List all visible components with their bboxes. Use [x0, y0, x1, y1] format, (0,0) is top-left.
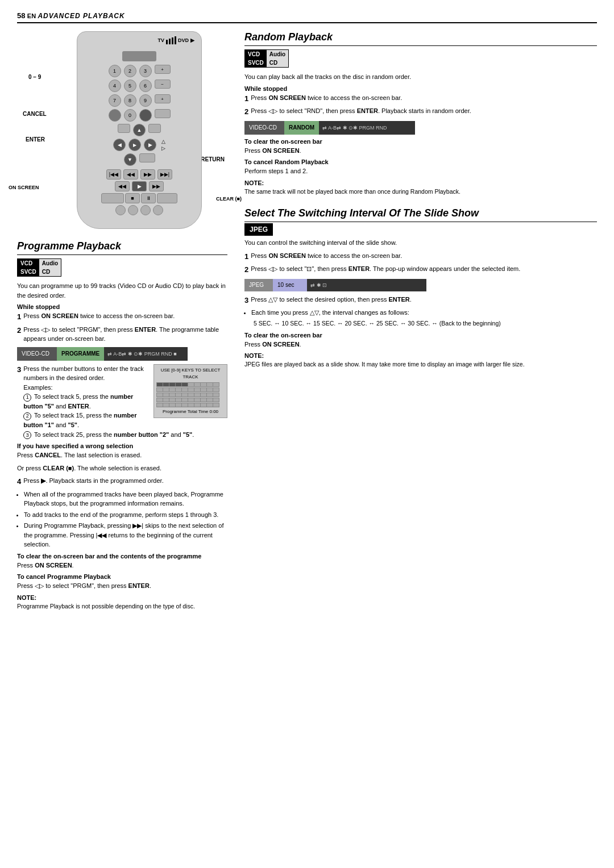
tv-bar-1	[166, 40, 168, 44]
btn-rect-b[interactable]	[148, 124, 161, 133]
nav-triangle-down: ▷	[161, 145, 165, 151]
btn-prev-track[interactable]: |◀◀	[106, 169, 121, 180]
btn-next[interactable]: ▶▶	[140, 169, 155, 180]
prog-to-clear-heading: To clear the on-screen bar and the conte…	[17, 553, 227, 560]
jpeg-bar-label: JPEG	[244, 279, 273, 291]
rand-badge-cd: CD	[267, 59, 288, 67]
rand-bar-selected: RANDOM	[284, 121, 319, 135]
random-playback-section: Random Playback VCD Audio SVCD CD You ca…	[244, 31, 597, 196]
btn-onscreen[interactable]	[101, 193, 124, 203]
rand-to-cancel-text: Perform steps 1 and 2.	[244, 166, 597, 176]
num-row-1: 1 2 3 +	[84, 65, 194, 77]
btn-bottom-2[interactable]	[128, 205, 138, 215]
transport-row-4	[84, 205, 194, 215]
wrong-selection-text2: Or press CLEAR (■). The whole selection …	[17, 464, 227, 473]
btn-plus-2[interactable]: +	[155, 94, 171, 103]
btn-rew[interactable]: ◀◀	[115, 181, 130, 191]
btn-2[interactable]: 2	[124, 65, 136, 77]
random-badges: VCD Audio SVCD CD	[244, 49, 289, 68]
btn-6[interactable]: 6	[139, 80, 152, 92]
bullet1: When all of the programmed tracks have b…	[24, 490, 227, 508]
page-title: ADVANCED PLAYBACK	[38, 12, 125, 20]
programme-step2: 2 Press ◁▷ to select "PRGM", then press …	[17, 325, 227, 344]
rand-badge-audio: Audio	[267, 50, 288, 59]
btn-4[interactable]: 4	[109, 80, 121, 92]
btn-left[interactable]: ◀	[113, 139, 126, 151]
btn-prev[interactable]: ◀◀	[123, 169, 138, 180]
btn-9[interactable]: 9	[139, 94, 152, 107]
example1: 1 To select track 5, press the number bu…	[23, 393, 133, 410]
btn-8[interactable]: 8	[124, 94, 136, 107]
badge-vcd: VCD	[18, 259, 39, 268]
btn-0[interactable]: 0	[124, 109, 136, 122]
btn-ok[interactable]: ▶	[128, 139, 141, 151]
prog-to-cancel-text: Press ◁▷ to select "PRGM", then press EN…	[17, 581, 227, 591]
slideshow-intro: You can control the switching interval o…	[244, 238, 597, 248]
down-row: ▼	[84, 153, 194, 166]
random-intro: You can play back all the tracks on the …	[244, 72, 597, 82]
btn-minus-1[interactable]: −	[155, 80, 171, 89]
programme-playback-section: Programme Playback VCD Audio SVCD CD You…	[17, 240, 227, 611]
page-header: 58 EN ADVANCED PLAYBACK	[17, 11, 597, 23]
badge-audio: Audio	[39, 259, 61, 268]
step3-text: Press the number buttons to enter the tr…	[23, 365, 144, 382]
btn-bottom-4[interactable]	[153, 205, 163, 215]
slideshow-bullets: Each time you press △▽, the interval cha…	[251, 308, 597, 318]
btn-clear[interactable]	[157, 193, 177, 203]
btn-7[interactable]: 7	[109, 94, 121, 107]
tv-label: TV	[157, 37, 164, 43]
rand-step2-num: 2	[244, 106, 248, 118]
btn-1[interactable]: 1	[109, 65, 121, 77]
programme-onscreen-bar: VIDEO-CD PROGRAMME ⇄ A-B⇄ ✱ ⊙✱ PRGM RND …	[17, 347, 188, 361]
btn-play[interactable]: ▶	[132, 181, 147, 191]
right-column: Random Playback VCD Audio SVCD CD You ca…	[244, 31, 597, 611]
btn-down[interactable]: ▼	[124, 153, 136, 166]
step3-content: USE [0-9] KEYS TO SELECT TRACK	[23, 364, 227, 440]
transport-row-1: |◀◀ ◀◀ ▶▶ ▶▶|	[84, 169, 194, 180]
tv-bar-4	[175, 36, 176, 44]
btn-right[interactable]: ▶	[144, 139, 156, 151]
jpeg-bar-value: 10 sec	[273, 279, 307, 291]
btn-rect-right[interactable]	[155, 109, 171, 118]
prog-to-clear-text: Press ON SCREEN.	[17, 561, 227, 570]
dvd-arrow: ▶	[190, 37, 194, 43]
btn-rect-c[interactable]	[139, 153, 155, 162]
slideshow-step1: 1 Press ON SCREEN twice to access the on…	[244, 251, 597, 262]
label-0-9: 0 – 9	[28, 74, 41, 80]
rand-step1-text: Press ON SCREEN twice to access the on-s…	[251, 93, 402, 105]
programme-step3: 3 USE [0-9] KEYS TO SELECT TRACK	[17, 364, 227, 440]
enter-row: ▲	[84, 124, 194, 136]
ss-step1-text: Press ON SCREEN twice to access the on-s…	[251, 251, 402, 262]
btn-3[interactable]: 3	[139, 65, 152, 77]
btn-stop[interactable]: ■	[125, 193, 140, 203]
btn-rect-a[interactable]	[118, 124, 130, 133]
btn-bottom-3[interactable]	[140, 205, 151, 215]
remote-body: TV DVD ▶ 1	[77, 31, 202, 229]
btn-pause[interactable]: ⏸	[141, 193, 156, 203]
btn-cancel[interactable]	[109, 109, 121, 122]
label-return: RETURN	[201, 156, 225, 162]
ss-step2-num: 2	[244, 264, 248, 276]
page-lang: EN	[27, 12, 36, 19]
btn-plus-1[interactable]: +	[155, 65, 171, 74]
page-number: 58	[17, 11, 25, 20]
btn-ff[interactable]: ▶▶	[149, 181, 164, 191]
programme-while-stopped: While stopped	[17, 303, 227, 310]
btn-next-track[interactable]: ▶▶|	[157, 169, 172, 180]
programme-step4: 4 Press ▶. Playback starts in the progra…	[17, 476, 227, 487]
num-row-3: 7 8 9 +	[84, 94, 194, 107]
rand-to-cancel-heading: To cancel Random Playback	[244, 158, 597, 165]
tv-bar-3	[172, 37, 173, 44]
btn-enter[interactable]	[139, 109, 152, 122]
btn-up[interactable]: ▲	[133, 124, 146, 136]
wrong-selection-heading: If you have specified a wrong selection	[17, 443, 227, 449]
jpeg-badge-container: JPEG	[244, 226, 597, 233]
btn-bottom-1[interactable]	[115, 205, 126, 215]
prog-table-thumb: USE [0-9] KEYS TO SELECT TRACK	[154, 364, 227, 418]
jpeg-bar-icons: ⇄ ✱ ⊡	[307, 282, 330, 288]
slideshow-step2: 2 Press ◁▷ to select "⊡", then press ENT…	[244, 264, 597, 276]
transport-row-2: ◀◀ ▶ ▶▶	[84, 181, 194, 191]
programme-step1: 1 Press ON SCREEN twice to access the on…	[17, 311, 227, 323]
btn-5[interactable]: 5	[124, 80, 136, 92]
ss-to-clear-text: Press ON SCREEN.	[244, 340, 597, 349]
